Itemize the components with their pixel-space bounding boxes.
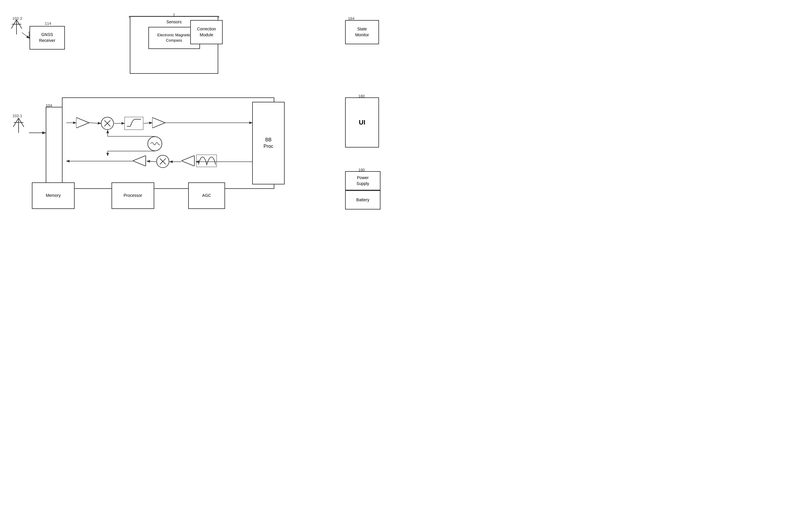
memory-label: Memory [46,193,61,199]
memory-box: Memory [32,182,75,209]
rf-chain-box [62,97,274,189]
processor-box: Processor [111,182,154,209]
power-supply-box: PowerSupply [345,171,381,190]
agc-label-box: AGC [188,182,225,209]
svg-marker-27 [152,118,165,128]
svg-rect-29 [196,155,217,167]
svg-line-34 [22,32,30,39]
correction-module-box: CorrectionModule [190,20,223,44]
gnss-receiver-box: GNSSReceiver [30,26,65,49]
diagram: 102-2 102-1 114 104 110 122 124 126 128 … [0,0,406,262]
oscillator-block [148,136,162,151]
amp148-block [133,155,147,167]
svg-line-5 [11,20,16,29]
lna-block [76,118,90,129]
power-supply-label: PowerSupply [357,175,369,186]
emc-label: Electronic MagneticCompass [157,32,190,43]
bb-proc-box: BBProc [252,102,285,184]
svg-marker-28 [181,155,194,166]
sensors-label: Sensors [166,19,181,25]
ui-box: UI [345,97,379,148]
bb-proc-label: BBProc [264,137,273,150]
svg-rect-26 [124,117,143,130]
agc-block [196,155,217,168]
svg-line-1 [13,118,19,127]
battery-box: Battery [345,190,381,210]
processor-label: Processor [124,193,142,199]
correction-label: CorrectionModule [197,26,216,38]
agc-label: AGC [202,193,211,199]
ref-114: 114 [45,21,51,26]
ref-102-2: 102-2 [12,16,22,21]
svg-marker-23 [76,118,89,128]
mixer1-block [101,117,114,130]
lpf-block [124,117,143,131]
ref-102-1: 102-1 [12,114,22,118]
state-monitor-label: StateMonitor [355,26,369,38]
mixer2-block [156,155,169,168]
svg-marker-32 [133,155,146,166]
gnss-label: GNSSReceiver [39,32,55,43]
ui-label: UI [359,118,365,127]
amp128-block [152,118,166,129]
state-monitor-box: StateMonitor [345,20,379,44]
svg-line-2 [19,118,24,127]
svg-line-6 [16,20,22,29]
battery-label: Battery [356,197,369,203]
amp144-block [181,155,196,167]
